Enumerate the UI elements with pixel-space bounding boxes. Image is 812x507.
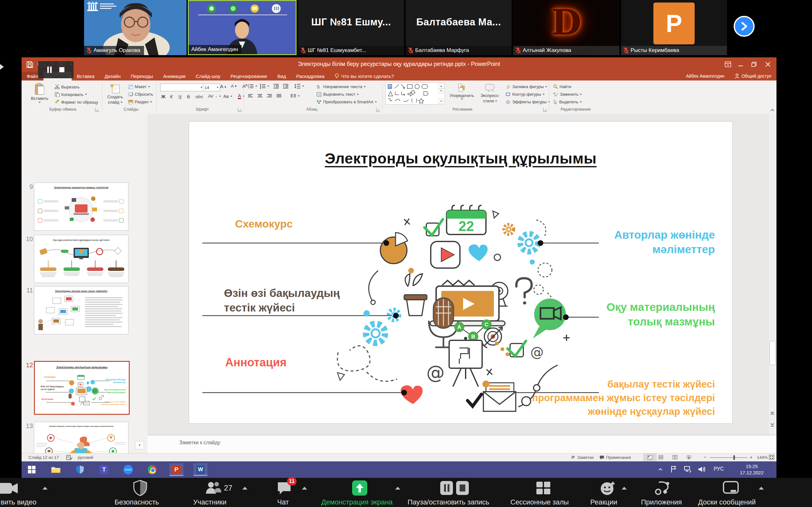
tell-me-box[interactable]: Что вы хотите сделать?	[329, 72, 399, 80]
find-button[interactable]: Найти	[553, 84, 571, 89]
underline-button[interactable]: Ч	[178, 94, 182, 99]
zoom-in-button[interactable]: +	[750, 454, 753, 460]
slide-scrollbar[interactable]	[768, 114, 776, 435]
strikethrough-button[interactable]: S	[187, 94, 190, 99]
apps-button[interactable]	[654, 481, 670, 496]
zoom-app-icon[interactable]: zoom	[121, 463, 135, 476]
align-center-button[interactable]	[258, 94, 263, 98]
thumbnail-scroll-down[interactable]: ▼	[135, 441, 144, 449]
view-sorter-button[interactable]	[658, 455, 664, 459]
start-button[interactable]	[25, 463, 39, 476]
bullets-button[interactable]	[248, 83, 257, 89]
format-painter-button[interactable]: Формат по образцу	[55, 100, 98, 105]
font-dialog-launcher[interactable]	[238, 108, 242, 112]
view-slideshow-button[interactable]	[687, 455, 692, 459]
tab-view[interactable]: Вид	[272, 72, 291, 80]
tray-volume-icon[interactable]	[698, 466, 705, 473]
participant-tile-3[interactable]: ШГ №81 Ешму... ШГ №81 Ешмукамбет...	[298, 0, 404, 55]
view-normal-button[interactable]	[643, 453, 657, 461]
notes-button[interactable]: Заметки	[571, 455, 594, 460]
cut-button[interactable]: Вырезать	[55, 84, 80, 89]
italic-button[interactable]: К	[170, 94, 173, 99]
participant-tile-6[interactable]: P Рысты Керимбаева	[621, 0, 727, 55]
tab-storyboarding[interactable]: Раскадровка	[291, 72, 329, 80]
fit-to-window-button[interactable]	[769, 455, 774, 460]
reactions-chevron[interactable]	[622, 487, 627, 490]
word-taskbar-icon[interactable]: W	[194, 463, 207, 476]
bold-button[interactable]: Ж	[161, 94, 165, 99]
section-button[interactable]: Раздел	[128, 100, 152, 104]
drawing-dialog-launcher[interactable]	[543, 108, 548, 112]
zoom-percentage[interactable]: 144%	[757, 455, 768, 460]
new-slide-button[interactable]: Создать слайд	[105, 83, 125, 105]
zoom-slider[interactable]	[710, 457, 747, 458]
participant-tile-4[interactable]: Балтабаева Ма... Балтабаева Марфуга	[406, 0, 512, 55]
chat-chevron[interactable]	[302, 487, 307, 490]
breakout-rooms-button[interactable]	[535, 481, 552, 496]
change-case-button[interactable]: Aa	[223, 94, 232, 99]
thumbnail-slide-10[interactable]: Оқытудың компьютерлік құралдарын жасау ә…	[34, 235, 129, 283]
participants-chevron[interactable]	[242, 487, 247, 490]
align-right-button[interactable]	[267, 94, 272, 98]
slide-canvas[interactable]: Электронды оқулықтың құрылымы Схемокурс …	[189, 121, 733, 424]
chrome-icon[interactable]	[145, 463, 159, 476]
tray-show-hidden-icon[interactable]	[658, 468, 663, 471]
participant-tile-2[interactable]: Айбек Амангелдин	[188, 0, 297, 55]
participants-button[interactable]	[205, 481, 222, 496]
participant-tile-1[interactable]: Амангуль Оракова	[84, 0, 187, 55]
tray-clock[interactable]: 15:25 17.12.2022	[732, 463, 771, 476]
tab-animations[interactable]: Анимация	[158, 72, 191, 80]
share-screen-chevron[interactable]	[395, 487, 400, 490]
reset-button[interactable]: Сбросить	[128, 92, 153, 97]
text-shadow-button[interactable]: abc	[195, 94, 203, 99]
numbering-button[interactable]	[260, 83, 269, 89]
tab-review[interactable]: Рецензирование	[225, 72, 272, 80]
clipboard-dialog-launcher[interactable]	[95, 108, 99, 112]
justify-button[interactable]	[276, 94, 282, 98]
shapes-scroll-more[interactable]: ▼	[438, 99, 444, 104]
grow-font-button[interactable]: A▲	[220, 83, 227, 89]
teams-icon[interactable]: T	[97, 463, 111, 476]
slide-counter[interactable]: Слайд 12 из 17	[29, 455, 59, 460]
whiteboards-chevron[interactable]	[759, 487, 764, 490]
character-spacing-button[interactable]: AV↔	[208, 94, 221, 99]
tray-language[interactable]: РУС	[714, 466, 724, 472]
reactions-button[interactable]	[600, 481, 617, 496]
text-direction-button[interactable]: Направление текста	[316, 84, 366, 89]
font-size-combo[interactable]: 14	[203, 83, 220, 91]
tab-design[interactable]: Дизайн	[100, 72, 125, 80]
pause-record-button[interactable]	[440, 481, 470, 496]
powerpoint-taskbar-icon[interactable]: P	[169, 463, 183, 476]
view-reading-button[interactable]	[672, 455, 677, 459]
spellcheck-icon[interactable]	[66, 455, 72, 460]
language-indicator[interactable]: русский	[78, 455, 93, 460]
shape-effects-button[interactable]: Эффекты фигуры	[506, 100, 550, 104]
font-name-combo[interactable]	[160, 83, 204, 91]
tab-insert[interactable]: Вставка	[72, 72, 100, 80]
security-button[interactable]	[133, 480, 147, 496]
collapse-ribbon-button[interactable]	[770, 108, 774, 112]
tab-transitions[interactable]: Переходы	[125, 72, 158, 80]
stop-recording-button[interactable]	[59, 66, 65, 73]
paragraph-dialog-launcher[interactable]	[376, 108, 380, 112]
arrange-button[interactable]: Упорядочить	[448, 83, 475, 100]
defender-icon[interactable]	[73, 463, 87, 476]
collapsed-panel-arrow[interactable]	[0, 64, 4, 70]
clear-formatting-button[interactable]: A	[242, 83, 248, 89]
share-button[interactable]: Общий доступ	[729, 72, 776, 80]
convert-smartart-button[interactable]: Преобразовать в SmartArt	[316, 100, 377, 104]
scrollbar-thumb[interactable]	[769, 341, 775, 365]
video-options-chevron[interactable]	[43, 487, 48, 490]
paste-button[interactable]: Вставить	[29, 83, 51, 103]
shrink-font-button[interactable]: A▼	[231, 83, 237, 89]
copy-button[interactable]: Копировать	[55, 92, 87, 97]
thumbnail-slide-12-selected[interactable]: Электронды оқулықтың құрылымы Схемокурс …	[34, 361, 130, 415]
next-participants-button[interactable]	[734, 16, 755, 37]
pause-recording-button[interactable]	[47, 66, 52, 73]
shape-outline-button[interactable]: Контур фигуры	[506, 92, 545, 97]
comments-button[interactable]: Примечания	[600, 455, 631, 460]
line-spacing-button[interactable]	[294, 83, 304, 89]
shapes-gallery[interactable]: ▲ ▼	[386, 82, 445, 105]
quick-styles-button[interactable]: Экспресс- стили	[478, 83, 502, 103]
replace-button[interactable]: abac Заменить	[553, 92, 582, 97]
